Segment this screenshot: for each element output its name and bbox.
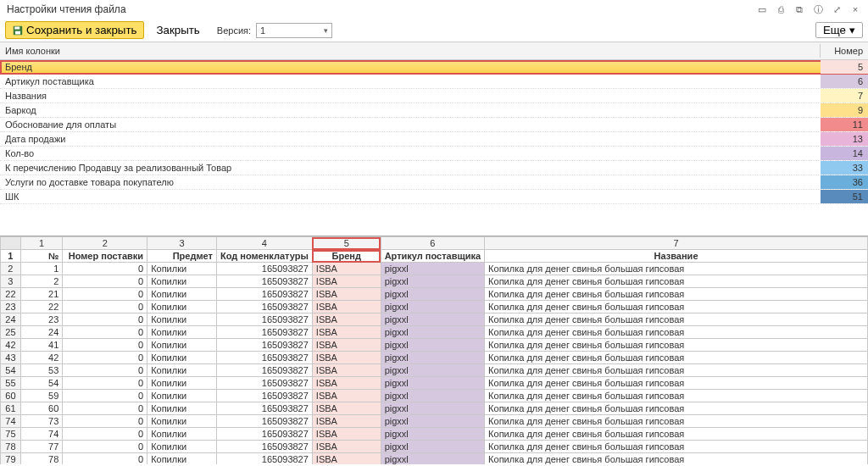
sheet-cell[interactable]: ISBA xyxy=(312,288,381,301)
sheet-cell[interactable]: Копилка для денег свинья большая гипсова… xyxy=(485,453,868,465)
sheet-cell[interactable]: Копилки xyxy=(147,288,217,301)
column-mapping-row[interactable]: Названия7 xyxy=(0,89,868,103)
sheet-cell[interactable]: Копилка для денег свинья большая гипсова… xyxy=(485,364,868,377)
column-mapping-row[interactable]: Услуги по доставке товара покупателю36 xyxy=(0,175,868,190)
sheet-header-cell[interactable]: Бренд xyxy=(312,250,381,263)
sheet-cell[interactable]: pigxxl xyxy=(381,288,484,301)
sheet-cell[interactable]: ISBA xyxy=(312,415,381,428)
sheet-cell[interactable]: pigxxl xyxy=(381,301,484,313)
column-mapping-row[interactable]: Баркод9 xyxy=(0,103,868,118)
save-and-close-button[interactable]: Сохранить и закрыть xyxy=(5,21,144,39)
sheet-cell[interactable]: 0 xyxy=(63,377,147,390)
sheet-cell[interactable]: 165093827 xyxy=(216,313,312,326)
sheet-header-cell[interactable]: Код номенклатуры xyxy=(216,250,312,263)
column-mapping-row[interactable]: ШК51 xyxy=(0,190,868,204)
sheet-cell[interactable]: 21 xyxy=(20,288,63,301)
sheet-cell[interactable]: 0 xyxy=(63,313,147,326)
more-button[interactable]: Еще ▾ xyxy=(815,22,863,38)
sheet-cell[interactable]: 74 xyxy=(20,428,63,441)
sheet-cell[interactable]: pigxxl xyxy=(381,352,484,364)
sheet-cell[interactable]: 53 xyxy=(20,364,63,377)
sheet-cell[interactable]: 165093827 xyxy=(216,339,312,352)
version-select[interactable]: 1 ▾ xyxy=(256,23,332,38)
column-mapping-row[interactable]: Кол-во14 xyxy=(0,147,868,161)
sheet-cell[interactable]: Копилка для денег свинья большая гипсова… xyxy=(485,313,868,326)
row-header[interactable]: 61 xyxy=(1,402,21,415)
sheet-cell[interactable]: Копилка для денег свинья большая гипсова… xyxy=(485,339,868,352)
sheet-cell[interactable]: 165093827 xyxy=(216,453,312,465)
sheet-cell[interactable]: ISBA xyxy=(312,402,381,415)
sheet-cell[interactable]: Копилки xyxy=(147,263,217,275)
sheet-cell[interactable]: ISBA xyxy=(312,390,381,402)
row-header[interactable]: 79 xyxy=(1,453,21,465)
row-header[interactable]: 43 xyxy=(1,352,21,364)
sheet-cell[interactable]: 0 xyxy=(63,415,147,428)
sheet-cell[interactable]: Копилки xyxy=(147,428,217,441)
sheet-cell[interactable]: Копилка для денег свинья большая гипсова… xyxy=(485,263,868,275)
close-button[interactable]: Закрыть xyxy=(149,22,206,38)
row-header[interactable]: 74 xyxy=(1,415,21,428)
sheet-cell[interactable]: 54 xyxy=(20,377,63,390)
sheet-cell[interactable]: ISBA xyxy=(312,377,381,390)
sheet-cell[interactable]: pigxxl xyxy=(381,313,484,326)
sheet-cell[interactable]: 78 xyxy=(20,453,63,465)
sheet-cell[interactable]: ISBA xyxy=(312,275,381,288)
sheet-cell[interactable]: Копилки xyxy=(147,301,217,313)
sheet-cell[interactable]: ISBA xyxy=(312,352,381,364)
sheet-cell[interactable]: Копилка для денег свинья большая гипсова… xyxy=(485,288,868,301)
sheet-cell[interactable]: pigxxl xyxy=(381,263,484,275)
sheet-cell[interactable]: 59 xyxy=(20,390,63,402)
sheet-cell[interactable]: 0 xyxy=(63,441,147,453)
column-mapping-row[interactable]: Обоснование для оплаты11 xyxy=(0,118,868,132)
maximize-icon[interactable]: ⤢ xyxy=(831,3,843,15)
row-header[interactable]: 25 xyxy=(1,326,21,339)
sheet-cell[interactable]: 0 xyxy=(63,339,147,352)
sheet-header-cell[interactable]: Предмет xyxy=(147,250,217,263)
sheet-cell[interactable]: Копилка для денег свинья большая гипсова… xyxy=(485,352,868,364)
sheet-cell[interactable]: pigxxl xyxy=(381,428,484,441)
sheet-cell[interactable]: Копилки xyxy=(147,352,217,364)
row-header[interactable]: 75 xyxy=(1,428,21,441)
sheet-corner[interactable] xyxy=(1,237,21,250)
sheet-header-cell[interactable]: Название xyxy=(485,250,868,263)
row-header[interactable]: 2 xyxy=(1,263,21,275)
row-header[interactable]: 3 xyxy=(1,275,21,288)
sheet-cell[interactable]: Копилки xyxy=(147,326,217,339)
column-header[interactable]: 3 xyxy=(147,237,217,250)
sheet-cell[interactable]: 0 xyxy=(63,352,147,364)
sheet-cell[interactable]: Копилки xyxy=(147,377,217,390)
sheet-cell[interactable]: 24 xyxy=(20,326,63,339)
sheet-cell[interactable]: Копилка для денег свинья большая гипсова… xyxy=(485,390,868,402)
row-header[interactable]: 1 xyxy=(1,250,21,263)
row-header[interactable]: 22 xyxy=(1,288,21,301)
sheet-cell[interactable]: ISBA xyxy=(312,313,381,326)
sheet-header-cell[interactable]: № xyxy=(20,250,63,263)
sheet-cell[interactable]: 165093827 xyxy=(216,441,312,453)
row-header[interactable]: 24 xyxy=(1,313,21,326)
sheet-cell[interactable]: 0 xyxy=(63,402,147,415)
sheet-cell[interactable]: ISBA xyxy=(312,263,381,275)
column-header[interactable]: 6 xyxy=(381,237,484,250)
sheet-cell[interactable]: Копилки xyxy=(147,441,217,453)
sheet-cell[interactable]: Копилка для денег свинья большая гипсова… xyxy=(485,326,868,339)
sheet-cell[interactable]: 165093827 xyxy=(216,288,312,301)
sheet-header-cell[interactable]: Номер поставки xyxy=(63,250,147,263)
sheet-cell[interactable]: pigxxl xyxy=(381,453,484,465)
sheet-cell[interactable]: pigxxl xyxy=(381,275,484,288)
sheet-cell[interactable]: 0 xyxy=(63,301,147,313)
sheet-cell[interactable]: 165093827 xyxy=(216,326,312,339)
column-header[interactable]: 1 xyxy=(20,237,63,250)
sheet-cell[interactable]: 165093827 xyxy=(216,428,312,441)
sheet-cell[interactable]: 165093827 xyxy=(216,364,312,377)
print-icon[interactable]: ⎙ xyxy=(775,3,787,15)
sheet-cell[interactable]: Копилки xyxy=(147,415,217,428)
row-header[interactable]: 60 xyxy=(1,390,21,402)
row-header[interactable]: 23 xyxy=(1,301,21,313)
sheet-cell[interactable]: pigxxl xyxy=(381,415,484,428)
info-icon[interactable]: ⓘ xyxy=(812,3,824,15)
sheet-cell[interactable]: pigxxl xyxy=(381,390,484,402)
sheet-cell[interactable]: pigxxl xyxy=(381,326,484,339)
sheet-cell[interactable]: Копилки xyxy=(147,313,217,326)
sheet-cell[interactable]: 0 xyxy=(63,263,147,275)
close-icon[interactable]: × xyxy=(849,3,861,15)
